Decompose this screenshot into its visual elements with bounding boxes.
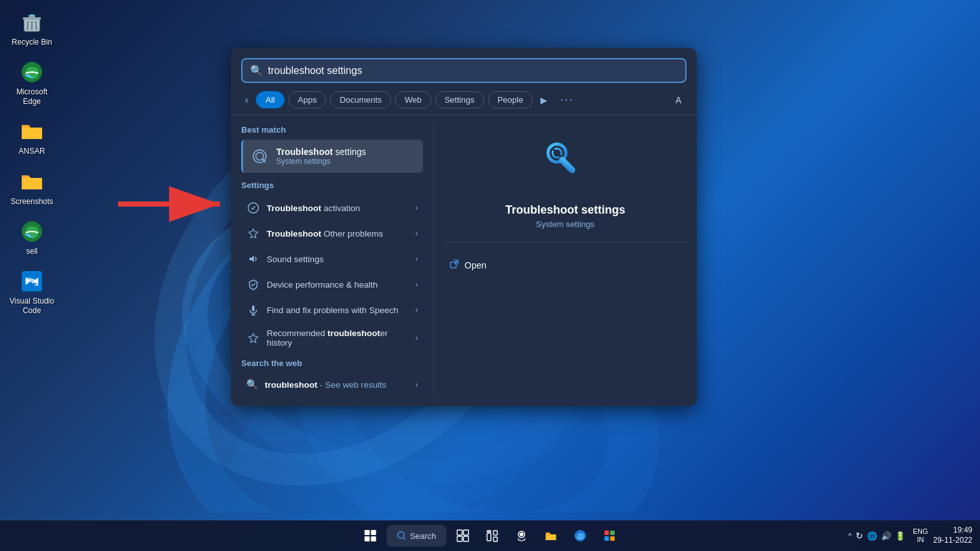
troubleshoot-other-text: Troubleshoot Other problems (267, 229, 409, 239)
tab-settings[interactable]: Settings (435, 91, 484, 108)
store-button[interactable] (597, 523, 623, 548)
red-arrow (112, 185, 239, 223)
language-selector[interactable]: A (671, 92, 687, 108)
more-tabs-button[interactable]: ▶ (537, 92, 551, 108)
sell-label: sell (26, 247, 38, 256)
wrench-icon (543, 142, 588, 196)
tab-all[interactable]: All (256, 91, 284, 108)
desktop-icons: Recycle Bin Microsoft Edge ANSAR (6, 6, 57, 318)
list-item-device-perf[interactable]: Device performance & health › (241, 272, 423, 297)
list-item-sound-settings[interactable]: Sound settings › (241, 246, 423, 272)
search-icon: 🔍 (250, 64, 263, 77)
desktop-icon-edge[interactable]: Microsoft Edge (6, 56, 57, 109)
desktop-icon-ansar[interactable]: ANSAR (6, 115, 57, 159)
desktop-icon-vscode[interactable]: Visual Studio Code (6, 265, 57, 318)
svg-point-33 (397, 532, 404, 538)
vscode-icon (19, 268, 45, 294)
best-match-subtitle: System settings (276, 157, 366, 166)
settings-section-label: Settings (241, 180, 423, 190)
right-panel-title: Troubleshoot settings (505, 203, 625, 217)
svg-rect-7 (23, 17, 41, 20)
search-input-container[interactable]: 🔍 (241, 58, 687, 83)
best-match-item[interactable]: Troubleshoot settings System settings (241, 140, 423, 173)
open-external-icon (449, 259, 459, 272)
chat-button[interactable] (509, 523, 535, 548)
recycle-bin-icon (19, 10, 45, 35)
filter-tabs: ‹ All Apps Documents Web Settings People… (231, 91, 697, 115)
network-icon[interactable]: 🌐 (867, 531, 877, 541)
taskbar-search-button[interactable]: Search (387, 525, 446, 547)
svg-rect-39 (487, 533, 491, 541)
tab-apps[interactable]: Apps (288, 91, 327, 108)
troubleshoot-activation-icon (246, 201, 260, 215)
widgets-button[interactable] (480, 523, 505, 548)
system-icons: ^ ↻ 🌐 🔊 🔋 (849, 531, 905, 541)
taskbar-center: Search (357, 523, 622, 548)
chevron-up-icon[interactable]: ^ (849, 532, 852, 540)
web-section-label: Search the web (241, 358, 423, 368)
svg-rect-38 (464, 536, 469, 541)
recycle-bin-label: Recycle Bin (11, 38, 52, 47)
sell-icon (19, 219, 45, 244)
web-search-item[interactable]: 🔍 troubleshoot - See web results › (241, 373, 423, 396)
best-match-text: Troubleshoot settings System settings (276, 147, 366, 166)
list-item-troubleshoot-activation[interactable]: Troubleshoot activation › (241, 195, 423, 221)
tab-people[interactable]: People (488, 91, 533, 108)
svg-rect-31 (364, 536, 369, 541)
desktop-icon-recycle-bin[interactable]: Recycle Bin (6, 6, 57, 50)
ansar-icon (19, 119, 45, 144)
volume-icon[interactable]: 🔊 (881, 531, 891, 541)
svg-rect-37 (457, 536, 463, 541)
speech-text: Find and fix problems with Speech (267, 305, 409, 315)
svg-line-11 (36, 21, 36, 30)
device-perf-text: Device performance & health (267, 280, 409, 290)
list-item-troubleshooter-history[interactable]: Recommended troubleshooter history › (241, 323, 423, 353)
right-panel-subtitle: System settings (536, 219, 595, 229)
screenshots-label: Screenshots (11, 197, 54, 206)
list-item-troubleshoot-other[interactable]: Troubleshoot Other problems › (241, 221, 423, 246)
tab-documents[interactable]: Documents (330, 91, 391, 108)
best-match-icon (249, 146, 270, 166)
back-button[interactable]: ‹ (241, 92, 252, 108)
desktop-icon-screenshots[interactable]: Screenshots (6, 166, 57, 209)
file-explorer-button[interactable] (538, 523, 564, 548)
svg-rect-40 (494, 531, 498, 535)
web-search-chevron: › (415, 380, 418, 389)
system-time[interactable]: 19:49 29-11-2022 (933, 525, 972, 545)
svg-rect-47 (611, 531, 615, 535)
svg-rect-49 (611, 536, 615, 541)
sound-settings-icon (246, 252, 260, 266)
start-button[interactable] (357, 523, 383, 548)
speech-icon (246, 303, 260, 317)
troubleshoot-activation-chevron: › (415, 203, 418, 212)
svg-rect-20 (252, 305, 255, 311)
right-panel-bottom: Open (444, 250, 687, 281)
overflow-menu-button[interactable]: ··· (555, 91, 579, 109)
device-perf-chevron: › (415, 280, 418, 289)
search-input[interactable] (268, 65, 678, 77)
best-match-title: Troubleshoot settings (276, 147, 366, 157)
troubleshoot-activation-text: Troubleshoot activation (267, 203, 409, 213)
web-search-text: troubleshoot - See web results (265, 380, 409, 390)
sound-settings-chevron: › (415, 254, 418, 263)
web-search-icon: 🔍 (246, 379, 258, 390)
svg-point-44 (520, 533, 524, 536)
desktop-icon-sell[interactable]: sell (6, 216, 57, 259)
svg-rect-48 (605, 536, 609, 541)
best-match-label: Best match (241, 125, 423, 135)
edge-taskbar-button[interactable] (568, 523, 593, 548)
svg-rect-41 (494, 537, 498, 541)
svg-rect-35 (457, 530, 463, 535)
search-input-row: 🔍 (231, 58, 697, 91)
svg-rect-32 (371, 536, 376, 541)
task-view-button[interactable] (450, 523, 476, 548)
list-item-speech[interactable]: Find and fix problems with Speech › (241, 297, 423, 323)
tab-web[interactable]: Web (395, 91, 431, 108)
screenshots-icon (19, 169, 45, 195)
troubleshoot-other-chevron: › (415, 229, 418, 238)
vscode-label: Visual Studio Code (10, 297, 54, 315)
open-button[interactable]: Open (444, 255, 491, 276)
sound-settings-text: Sound settings (267, 254, 409, 264)
refresh-icon: ↻ (856, 531, 863, 541)
troubleshooter-history-chevron: › (415, 334, 418, 342)
